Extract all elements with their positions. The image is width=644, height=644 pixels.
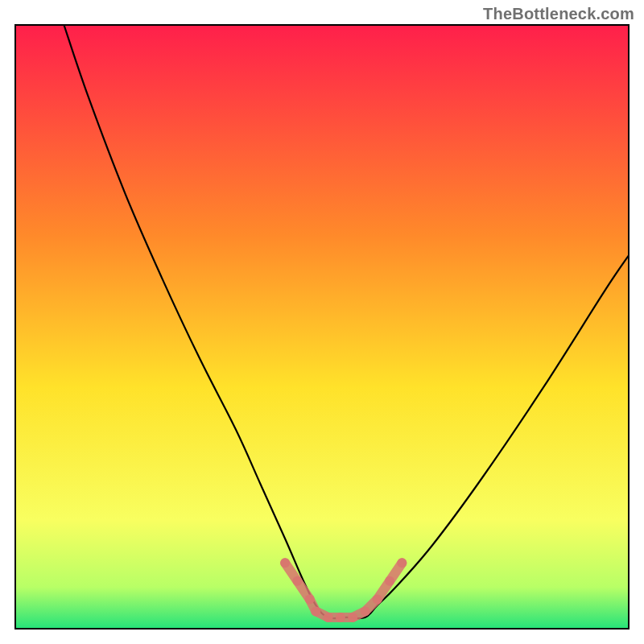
highlight-marker (305, 594, 315, 604)
gradient-background (14, 24, 630, 630)
highlight-marker (348, 613, 357, 622)
highlight-marker (280, 558, 290, 568)
highlight-marker (373, 594, 382, 604)
highlight-marker (311, 606, 320, 616)
highlight-marker (397, 558, 407, 568)
highlight-marker (360, 606, 369, 616)
highlight-marker (292, 576, 302, 586)
highlight-marker (385, 576, 394, 586)
highlight-marker (336, 613, 345, 622)
watermark-label: TheBottleneck.com (483, 5, 634, 23)
highlight-marker (324, 613, 333, 622)
chart-container: TheBottleneck.com (0, 0, 644, 644)
plot-area (14, 24, 630, 630)
chart-svg (14, 24, 630, 630)
